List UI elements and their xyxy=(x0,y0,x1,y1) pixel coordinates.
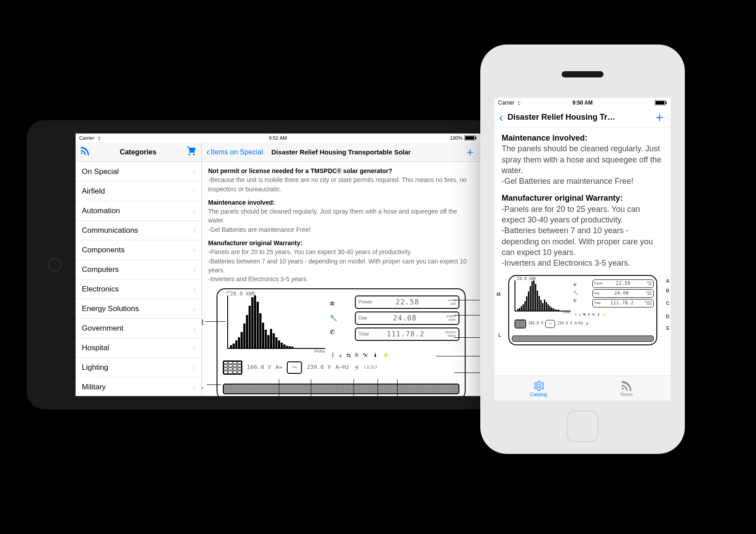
phone-speaker xyxy=(562,71,603,77)
p-permit: -Because the unit is mobile there are no… xyxy=(208,176,466,192)
bottom-row: 186.8 VA= ⤳ 239.6 V A~Hz ⚡ L1L2L3 xyxy=(223,360,459,375)
p-maint-b: -Gel Batteries are maintenance Free! xyxy=(208,226,310,233)
p-warr-c: -Inverters and Electronics 3-5 years. xyxy=(208,275,308,283)
inverter-icon: ⤳ xyxy=(545,320,555,328)
svg-rect-5 xyxy=(666,101,667,104)
h-maint: Maintenance involved: xyxy=(208,199,275,206)
tab-news[interactable]: News xyxy=(583,376,671,400)
chevron-right-icon: › xyxy=(193,188,195,195)
chart-x-label: t/hday xyxy=(563,311,570,314)
time-label: 9:50 AM xyxy=(572,100,593,106)
sidebar-item-label: Energy Solutions xyxy=(82,304,139,313)
diagram-side-icons: ✲ 🔧 ✆ xyxy=(573,282,578,303)
add-button[interactable]: ＋ xyxy=(464,144,476,160)
sidebar-item-on-special[interactable]: On Special› xyxy=(76,162,201,182)
sidebar-item-electronics[interactable]: Electronics› xyxy=(76,279,201,299)
sidebar-item-government[interactable]: Government› xyxy=(76,319,201,338)
sidebar-item-hospital[interactable]: Hospital› xyxy=(76,338,201,358)
detail-body[interactable]: Not permit or license needed for a TMSPD… xyxy=(202,162,480,396)
p-warr-b: -Batteries between 7 and 10 years - depe… xyxy=(208,258,466,274)
chart-top-value: 28.0 kWh xyxy=(517,276,536,281)
wrench-icon: 🔧 xyxy=(330,313,337,322)
readout-total: Total111.78.2MVArhMWh xyxy=(592,299,654,307)
back-button[interactable]: ‹ xyxy=(499,110,503,125)
chevron-left-icon: ‹ xyxy=(206,147,209,157)
chevron-right-icon: › xyxy=(193,344,195,352)
readout-power: Power22.58kVArkW xyxy=(355,295,459,309)
phone-icon: ✆ xyxy=(573,298,578,303)
svg-rect-2 xyxy=(475,137,476,139)
rss-icon xyxy=(621,380,632,392)
detail-header: ‹ Items on Special Disaster Relief Housi… xyxy=(202,142,480,162)
bee-icon: ✲ xyxy=(330,299,337,308)
ac-suffix: A~Hz xyxy=(335,363,349,372)
category-list[interactable]: On Special›Airfield›Automation›Communica… xyxy=(76,162,201,396)
chevron-right-icon: › xyxy=(193,247,195,254)
page-title: Disaster Relief Housing Transportable So… xyxy=(271,148,410,156)
battery-pct-label: 100% xyxy=(450,135,462,141)
detail-pane: ‹ Items on Special Disaster Relief Housi… xyxy=(202,142,480,396)
battery-icon xyxy=(655,100,667,105)
sidebar-item-lighting[interactable]: Lighting› xyxy=(76,358,201,377)
bee-icon: ✲ xyxy=(573,282,578,287)
bottom-row: 186.8 V ⤳ 239.6 V A~Hz ⚡ xyxy=(515,320,651,328)
wifi-icon xyxy=(96,136,102,141)
rss-icon[interactable] xyxy=(80,146,90,158)
carrier-label: Carrier xyxy=(79,135,94,141)
bt-icon: ᛒ xyxy=(331,352,334,359)
phone-device: Carrier 9:50 AM ‹ Disaster Relief Housin… xyxy=(480,44,685,454)
ground-icon: ⏧ xyxy=(363,352,368,359)
h-maint: Maintenance involved: xyxy=(502,134,587,142)
p-warr-a: -Panels are for 20 to 25 years. You can … xyxy=(502,205,640,224)
sidebar-item-communications[interactable]: Communications› xyxy=(76,221,201,240)
tower-icon: ⚡ xyxy=(354,360,360,375)
sidebar-item-label: Electronics xyxy=(82,285,119,294)
battery-icon xyxy=(464,135,477,141)
sidebar-item-military[interactable]: Military› xyxy=(76,377,201,396)
sidebar-item-label: Lighting xyxy=(82,363,109,372)
diagram-box: 28.0 kWh t/hday ✲ 🔧 ✆ Power22.58kVArkWDa… xyxy=(508,275,657,345)
readouts: Power22.58kVArkWDay24.08kVArhkWhTotal111… xyxy=(592,279,654,309)
add-button[interactable]: ＋ xyxy=(653,108,666,126)
phone-screen: Carrier 9:50 AM ‹ Disaster Relief Housin… xyxy=(495,98,671,400)
back-button[interactable]: ‹ Items on Special xyxy=(206,147,263,157)
sidebar-item-label: Military xyxy=(82,383,106,392)
sidebar-item-automation[interactable]: Automation› xyxy=(76,201,201,221)
readout-day: Day24.08kVArhkWh xyxy=(355,312,459,325)
phases: L1L2L3 xyxy=(364,365,377,370)
phone-icon: ✆ xyxy=(330,328,337,336)
p-warr-c: -Inverters and Electronics 3-5 years. xyxy=(502,259,630,267)
sidebar-item-label: On Special xyxy=(82,167,119,176)
diagram-side-icons: ✲ 🔧 ✆ xyxy=(330,299,337,337)
sidebar: Categories On Special›Airfield›Automatio… xyxy=(76,142,202,396)
chevron-right-icon: › xyxy=(193,384,195,391)
phone-body[interactable]: Maintenance involved: The panels should … xyxy=(495,127,671,351)
diagram-chart: EP 28.0 kWh t/hday xyxy=(227,295,325,349)
p-maint-a: The panels should be cleaned regularly. … xyxy=(208,208,457,224)
chart-x-label: t/hday xyxy=(314,348,325,354)
tablet-home-button[interactable] xyxy=(48,258,61,271)
inverter-icon: ⤳ xyxy=(287,361,302,374)
tablet-statusbar: Carrier 9:52 AM 100% xyxy=(76,134,480,142)
status-icon-row: ᛒ ⏚ ⇆ ⎘ ⏧ 🌡 ⚡ xyxy=(331,352,389,359)
cart-icon[interactable] xyxy=(186,146,197,158)
sidebar-item-label: Components xyxy=(82,246,125,255)
lcd-bar xyxy=(223,384,459,394)
label-L: L xyxy=(202,380,204,392)
solar-panel-icon xyxy=(223,360,242,375)
h-warr: Manufacturer original Warranty: xyxy=(502,194,623,202)
phone-statusbar: Carrier 9:50 AM xyxy=(495,98,671,108)
lcd-bar xyxy=(512,336,654,342)
tab-catalog[interactable]: Catalog xyxy=(495,376,583,400)
sidebar-item-computers[interactable]: Computers› xyxy=(76,260,201,279)
tab-news-label: News xyxy=(620,392,633,397)
sidebar-item-airfield[interactable]: Airfield› xyxy=(76,182,201,201)
sidebar-item-components[interactable]: Components› xyxy=(76,240,201,260)
page-title: Disaster Relief Housing Tr… xyxy=(507,113,653,122)
sidebar-item-label: Airfield xyxy=(82,187,105,196)
chevron-right-icon: › xyxy=(193,207,195,214)
phone-home-button[interactable] xyxy=(567,410,599,442)
sidebar-item-energy-solutions[interactable]: Energy Solutions› xyxy=(76,299,201,319)
status-icon-row: ᛒ⏚⇆⎘⏧🌡⚡ xyxy=(575,312,607,316)
solar-panel-icon xyxy=(515,320,526,328)
